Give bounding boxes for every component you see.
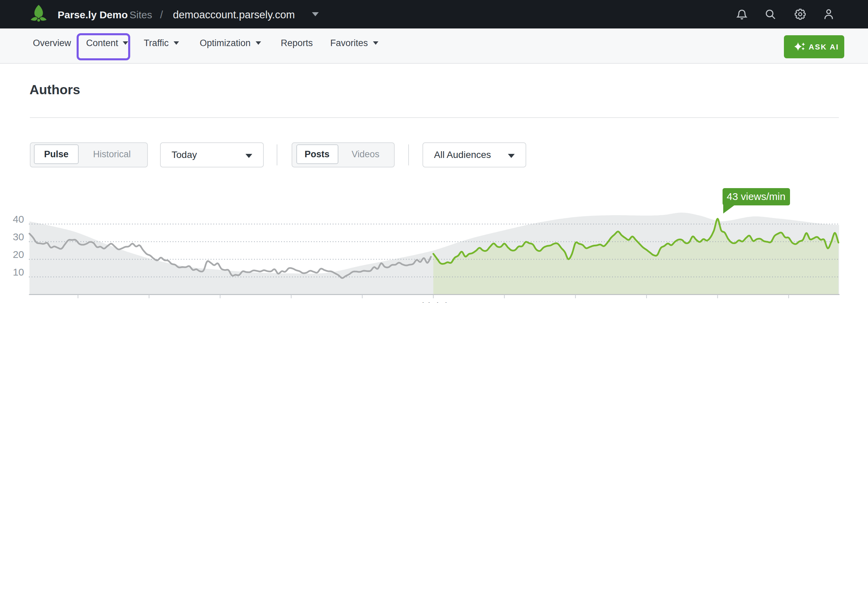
svg-text:2PM: 2PM (67, 300, 89, 303)
svg-text:6PM: 6PM (209, 300, 231, 303)
svg-text:2AM: 2AM (493, 300, 516, 303)
svg-text:30: 30 (13, 231, 24, 242)
svg-text:40: 40 (13, 214, 24, 225)
svg-text:8PM: 8PM (280, 300, 302, 303)
svg-text:Midnight: Midnight (413, 300, 454, 303)
svg-text:10PM: 10PM (348, 300, 377, 303)
svg-text:8AM: 8AM (707, 300, 729, 303)
svg-text:10AM: 10AM (774, 300, 803, 303)
svg-text:10: 10 (13, 266, 24, 278)
svg-text:4AM: 4AM (564, 300, 587, 303)
svg-text:43 views/min: 43 views/min (727, 191, 785, 202)
svg-text:6AM: 6AM (636, 300, 658, 303)
svg-text:4PM: 4PM (138, 300, 160, 303)
svg-text:20: 20 (13, 249, 24, 260)
